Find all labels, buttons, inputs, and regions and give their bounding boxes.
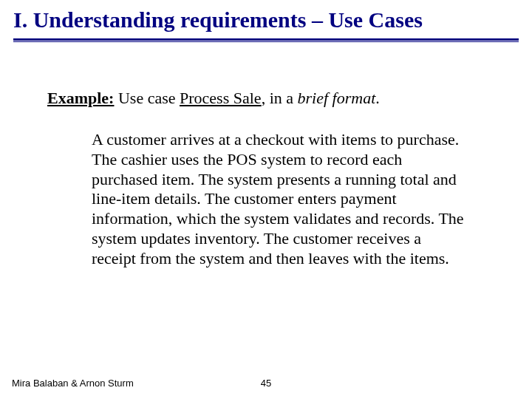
example-pre: Use case [114,89,180,107]
example-post: . [375,89,380,107]
title-underline [13,38,519,42]
example-mid: , in a [262,89,298,107]
example-label: Example: [47,89,114,107]
example-format: brief format [298,89,376,107]
slide-title: I. Understanding requirements – Use Case… [13,7,519,33]
example-line: Example: Use case Process Sale, in a bri… [47,89,488,108]
scenario-body: A customer arrives at a checkout with it… [92,130,468,269]
use-case-name: Process Sale [180,89,262,107]
page-number: 45 [0,378,532,389]
slide: I. Understanding requirements – Use Case… [0,0,532,399]
